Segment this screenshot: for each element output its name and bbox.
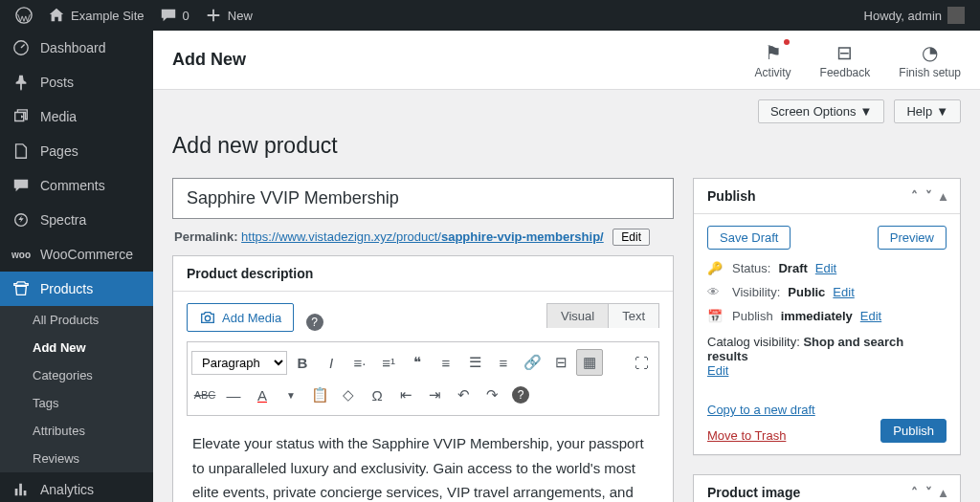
copy-draft-link[interactable]: Copy to a new draft — [707, 403, 815, 417]
site-link[interactable]: Example Site — [40, 0, 152, 31]
move-down-icon[interactable]: ˅ — [925, 188, 932, 204]
textcolor-dropdown[interactable]: ▼ — [278, 382, 304, 408]
publish-box: Publish ˄ ˅ ▴ Save Draft Preview — [693, 178, 961, 455]
align-right-button[interactable]: ≡ — [490, 349, 517, 376]
strikethrough-button[interactable]: ABC — [191, 382, 218, 408]
add-media-label: Add Media — [222, 311, 281, 325]
howdy-text: Howdy, admin — [864, 9, 942, 23]
catalog-label: Catalog visibility: — [707, 335, 800, 349]
bold-button[interactable]: B — [289, 349, 316, 376]
move-to-trash-link[interactable]: Move to Trash — [707, 428, 815, 443]
comments-link[interactable]: 0 — [152, 0, 197, 31]
save-draft-button[interactable]: Save Draft — [707, 226, 791, 250]
sidebar-label: Spectra — [40, 212, 86, 228]
add-media-button[interactable]: Add Media — [187, 303, 294, 332]
publish-button[interactable]: Publish — [880, 419, 947, 443]
submenu-reviews[interactable]: Reviews — [0, 445, 153, 472]
product-image-box: Product image ˄ ˅ ▴ — [693, 474, 961, 502]
product-title-input[interactable] — [172, 178, 674, 219]
editor-content[interactable]: Elevate your status with the Sapphire VV… — [173, 416, 673, 502]
move-down-icon[interactable]: ˅ — [925, 485, 932, 500]
move-up-icon[interactable]: ˄ — [911, 188, 918, 204]
visibility-value: Public — [788, 285, 825, 299]
sidebar-item-pages[interactable]: Pages — [0, 134, 153, 168]
toggle-toolbar-button[interactable]: ▦ — [576, 349, 603, 376]
toggle-panel-icon[interactable]: ▴ — [940, 485, 947, 500]
special-char-button[interactable]: Ω — [364, 382, 390, 408]
align-left-button[interactable]: ≡ — [433, 349, 459, 376]
format-select[interactable]: Paragraph — [191, 351, 287, 375]
italic-button[interactable]: I — [318, 349, 345, 376]
toggle-panel-icon[interactable]: ▴ — [940, 188, 947, 204]
svg-point-3 — [205, 316, 210, 320]
sidebar-item-products[interactable]: Products — [0, 272, 153, 306]
numbered-list-button[interactable]: ≡¹ — [375, 349, 402, 376]
sidebar-item-analytics[interactable]: Analytics — [0, 472, 153, 502]
content-area: Add New ⚑Activity ⊟Feedback ◔Finish setu… — [153, 31, 980, 502]
permalink-edit-button[interactable]: Edit — [612, 229, 650, 246]
publish-time-value: immediately — [781, 309, 853, 323]
sidebar-item-spectra[interactable]: Spectra — [0, 203, 153, 237]
align-center-button[interactable]: ☰ — [461, 349, 488, 376]
feedback-button[interactable]: ⊟Feedback — [820, 41, 871, 79]
submenu-add-new[interactable]: Add New — [0, 334, 153, 361]
textcolor-button[interactable]: A — [249, 382, 276, 408]
sidebar-item-dashboard[interactable]: Dashboard — [0, 31, 153, 65]
hr-button[interactable]: — — [220, 382, 247, 408]
new-link[interactable]: New — [197, 0, 260, 31]
bullet-list-button[interactable]: ≡· — [346, 349, 373, 376]
wp-logo[interactable] — [8, 0, 40, 31]
help-button[interactable]: Help ▼ — [894, 99, 961, 123]
calendar-icon: 📅 — [707, 309, 724, 323]
outdent-button[interactable]: ⇤ — [392, 382, 419, 408]
finish-setup-button[interactable]: ◔Finish setup — [899, 41, 961, 79]
permalink-slug: sapphire-vvip-membership/ — [441, 229, 604, 244]
howdy-link[interactable]: Howdy, admin — [857, 0, 972, 31]
submenu-attributes[interactable]: Attributes — [0, 417, 153, 445]
edit-catalog-link[interactable]: Edit — [707, 363, 728, 378]
header-title: Add New — [172, 50, 246, 70]
preview-button[interactable]: Preview — [878, 226, 947, 250]
sidebar-item-media[interactable]: Media — [0, 99, 153, 134]
plus-icon — [205, 7, 222, 24]
submenu-tags[interactable]: Tags — [0, 389, 153, 417]
fullscreen-button[interactable]: ⛶ — [628, 349, 655, 376]
submenu-all-products[interactable]: All Products — [0, 306, 153, 334]
comments-icon — [11, 176, 31, 195]
link-button[interactable]: 🔗 — [519, 349, 546, 376]
finish-setup-label: Finish setup — [899, 66, 961, 79]
sidebar-item-comments[interactable]: Comments — [0, 168, 153, 203]
progress-icon: ◔ — [899, 41, 961, 64]
edit-publish-link[interactable]: Edit — [860, 309, 881, 323]
edit-status-link[interactable]: Edit — [815, 261, 836, 275]
activity-button[interactable]: ⚑Activity — [755, 41, 791, 79]
keyboard-help-button[interactable]: ? — [507, 382, 534, 408]
permalink-link[interactable]: https://www.vistadezign.xyz/product/sapp… — [241, 229, 604, 244]
readmore-button[interactable]: ⊟ — [547, 349, 574, 376]
submenu-categories[interactable]: Categories — [0, 361, 153, 389]
move-up-icon[interactable]: ˄ — [911, 485, 918, 500]
indent-button[interactable]: ⇥ — [421, 382, 448, 408]
woo-icon: woo — [11, 245, 31, 264]
camera-icon — [199, 309, 216, 326]
status-value: Draft — [778, 261, 807, 275]
activity-label: Activity — [755, 66, 791, 79]
editor-toolbar: Paragraph B I ≡· ≡¹ ❝ ≡ ☰ ≡ 🔗 ⊟ — [187, 341, 659, 416]
sidebar-label: Posts — [40, 75, 74, 90]
paste-text-button[interactable]: 📋 — [306, 382, 333, 408]
edit-visibility-link[interactable]: Edit — [833, 285, 854, 299]
comments-count: 0 — [183, 9, 189, 23]
quote-button[interactable]: ❝ — [404, 349, 431, 376]
screen-options-button[interactable]: Screen Options ▼ — [758, 99, 884, 123]
products-icon — [11, 279, 31, 298]
sidebar-item-posts[interactable]: Posts — [0, 65, 153, 99]
pages-icon — [11, 142, 31, 161]
help-icon[interactable]: ? — [306, 314, 323, 331]
redo-button[interactable]: ↷ — [479, 382, 505, 408]
text-tab[interactable]: Text — [608, 304, 658, 328]
sidebar-label: Dashboard — [40, 40, 106, 55]
visual-tab[interactable]: Visual — [547, 304, 608, 328]
undo-button[interactable]: ↶ — [450, 382, 477, 408]
clear-format-button[interactable]: ◇ — [335, 382, 362, 408]
sidebar-item-woocommerce[interactable]: wooWooCommerce — [0, 237, 153, 272]
